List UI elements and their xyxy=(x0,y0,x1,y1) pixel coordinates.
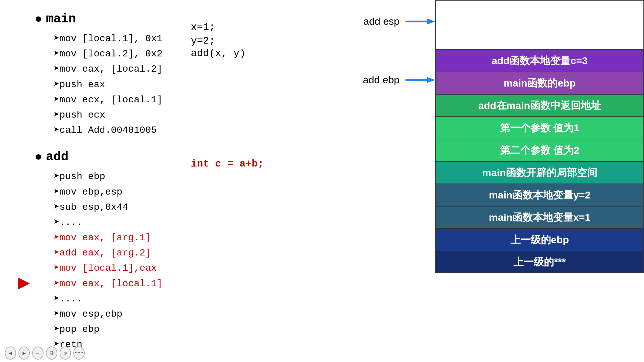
annotation-x: x=1; xyxy=(191,21,215,33)
red-arrow-icon xyxy=(18,278,30,289)
nav-forward-button[interactable]: ▶ xyxy=(18,346,30,360)
nav-more-icon: ••• xyxy=(74,350,84,356)
annotation-add-call: add(x, y) xyxy=(191,48,246,59)
nav-back-icon: ◀ xyxy=(9,350,12,356)
stack-block-main-y: main函数本地变量y=2 xyxy=(435,184,644,206)
stack-block-main-local-space: main函数开辟的局部空间 xyxy=(435,161,644,184)
main-line-5-text: ➤mov ecx, [local.1] xyxy=(54,92,162,107)
current-line-arrow xyxy=(18,278,30,289)
nav-edit-button[interactable]: ✏ xyxy=(32,346,44,360)
main-line-4-text: ➤push eax xyxy=(54,77,105,92)
stack-block-param1: 第一个参数 值为1 xyxy=(435,116,644,139)
stack-block-upper-stars: 上一级的*** xyxy=(435,251,644,273)
stack-container: add函数本地变量c=3 main函数的ebp add在main函数中返回地址 … xyxy=(435,0,644,273)
stack-block-upper-stars-text: 上一级的*** xyxy=(513,255,566,269)
add-esp-label: add esp xyxy=(363,16,400,27)
stack-block-add-local-c-text: add函数本地变量c=3 xyxy=(492,54,588,68)
main-bullet xyxy=(36,16,41,22)
stack-block-empty xyxy=(435,0,644,49)
stack-block-main-ebp-text: main函数的ebp xyxy=(504,76,576,90)
stack-block-param2-text: 第二个参数 值为2 xyxy=(500,144,579,157)
stack-block-main-local-space-text: main函数开辟的局部空间 xyxy=(482,166,597,180)
nav-copy-icon: ⧉ xyxy=(50,350,54,356)
stack-block-upper-ebp-text: 上一级的ebp xyxy=(510,233,569,247)
stack-block-main-x-text: main函数本地变量x=1 xyxy=(489,211,590,224)
nav-edit-icon: ✏ xyxy=(36,350,40,356)
annotation-y: y=2; xyxy=(191,35,215,47)
stack-block-return-addr-text: add在main函数中返回地址 xyxy=(478,99,601,113)
add-line-8: ➤mov eax, [local.1] xyxy=(36,276,162,291)
nav-back-button[interactable]: ◀ xyxy=(5,346,16,360)
main-line-7-text: ➤call Add.00401005 xyxy=(54,123,157,138)
stack-block-return-addr: add在main函数中返回地址 xyxy=(435,94,644,116)
bottom-nav: ◀ ▶ ✏ ⧉ ⊕ ••• xyxy=(0,344,89,362)
main-line-2-text: ➤mov [local.2], 0x2 xyxy=(54,46,162,61)
stack-block-main-x: main函数本地变量x=1 xyxy=(435,206,644,228)
svg-marker-1 xyxy=(427,19,435,24)
main-line-3-text: ➤mov eax, [local.2] xyxy=(54,61,162,77)
stack-block-param2: 第二个参数 值为2 xyxy=(435,139,644,161)
stack-block-main-y-text: main函数本地变量y=2 xyxy=(489,188,590,202)
nav-more-button[interactable]: ••• xyxy=(73,346,85,360)
svg-marker-3 xyxy=(427,77,435,83)
add-esp-label-container: add esp xyxy=(363,16,435,27)
nav-zoom-button[interactable]: ⊕ xyxy=(60,346,71,360)
add-esp-arrow xyxy=(405,17,435,26)
stack-block-param1-text: 第一个参数 值为1 xyxy=(500,121,579,135)
stack-block-main-ebp: main函数的ebp xyxy=(435,72,644,94)
main-line-6-text: ➤push ecx xyxy=(54,107,105,123)
nav-zoom-icon: ⊕ xyxy=(64,350,67,356)
stack-block-upper-ebp: 上一级的ebp xyxy=(435,228,644,251)
main-line-1-text: ➤mov [local.1], 0x1 xyxy=(54,31,162,46)
add-ebp-arrow xyxy=(405,76,435,84)
stack-block-add-local-c: add函数本地变量c=3 xyxy=(435,49,644,72)
annotation-int-c: int c = a+b; xyxy=(191,158,264,170)
add-ebp-label-container: add ebp xyxy=(363,74,435,86)
annotation-area: x=1; y=2; add(x, y) int c = a+b; xyxy=(185,0,304,362)
add-ebp-label: add ebp xyxy=(363,74,400,86)
nav-copy-button[interactable]: ⧉ xyxy=(46,346,57,360)
nav-forward-icon: ▶ xyxy=(23,350,26,356)
add-bullet xyxy=(36,154,41,160)
